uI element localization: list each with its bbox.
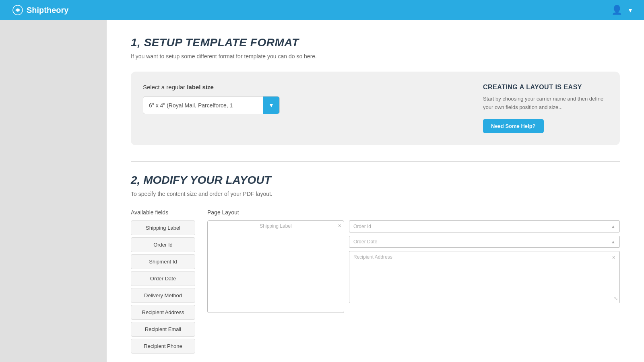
section1-title: 1, SETUP TEMPLATE FORMAT (131, 36, 620, 49)
logo: Shiptheory (12, 4, 68, 16)
recipient-address-resize-icon[interactable]: ⤡ (614, 296, 618, 301)
label-size-select[interactable]: 6" x 4" (Royal Mail, Parcelforce, 1 ▾ (143, 96, 280, 114)
field-recipient-phone[interactable]: Recipient Phone (131, 339, 195, 354)
help-text: Start by choosing your carrier name and … (483, 95, 608, 112)
select-label-prefix: Select a regular (143, 84, 187, 90)
format-card: Select a regular label size 6" x 4" (Roy… (131, 72, 620, 145)
field-shipment-id[interactable]: Shipment Id (131, 254, 195, 269)
order-id-field[interactable]: Order Id ▲ (349, 220, 620, 232)
chevron-down-icon[interactable]: ▾ (629, 6, 632, 14)
format-left: Select a regular label size 6" x 4" (Roy… (143, 84, 459, 114)
shipping-label-close-icon[interactable]: × (338, 222, 341, 229)
user-icon[interactable]: 👤 (611, 5, 622, 15)
select-current-value: 6" x 4" (Royal Mail, Parcelforce, 1 (143, 97, 263, 113)
logo-icon (12, 4, 23, 16)
available-fields-label: Available fields (131, 209, 195, 216)
section2-title: 2, MODIFY YOUR LAYOUT (131, 174, 620, 187)
shipping-label-title: Shipping Label (260, 223, 291, 229)
shipping-label-area[interactable]: Shipping Label × (207, 220, 344, 313)
recipient-address-field[interactable]: Recipient Address × ⤡ (349, 251, 620, 303)
sidebar (0, 20, 107, 362)
logo-text: Shiptheory (27, 6, 68, 15)
content: 1, SETUP TEMPLATE FORMAT If you want to … (107, 20, 644, 362)
main-wrapper: 1, SETUP TEMPLATE FORMAT If you want to … (0, 20, 644, 362)
page-layout-inner: Shipping Label × Order Id ▲ Order Date ▲ (207, 220, 620, 313)
field-shipping-label[interactable]: Shipping Label (131, 220, 195, 235)
available-fields-column: Available fields Shipping Label Order Id… (131, 209, 195, 356)
select-dropdown-button[interactable]: ▾ (263, 97, 279, 114)
help-title: CREATING A LAYOUT IS EASY (483, 84, 608, 91)
recipient-address-label: Recipient Address (353, 254, 392, 260)
need-help-button[interactable]: Need Some Help? (483, 119, 544, 133)
order-date-label: Order Date (353, 239, 377, 245)
section-divider (131, 161, 620, 162)
header: Shiptheory 👤 ▾ (0, 0, 644, 20)
recipient-address-close-icon[interactable]: × (612, 254, 615, 261)
header-right: 👤 ▾ (611, 5, 632, 15)
order-date-arrow-icon: ▲ (611, 239, 615, 244)
order-date-field[interactable]: Order Date ▲ (349, 236, 620, 248)
field-delivery-method[interactable]: Delivery Method (131, 288, 195, 303)
page-layout-label: Page Layout (207, 209, 620, 216)
select-label-strong: label size (187, 84, 214, 90)
layout-area: Available fields Shipping Label Order Id… (131, 209, 620, 356)
field-recipient-address[interactable]: Recipient Address (131, 305, 195, 320)
page-layout-column: Page Layout Shipping Label × Order Id ▲ (207, 209, 620, 356)
order-id-label: Order Id (353, 224, 371, 229)
right-fields: Order Id ▲ Order Date ▲ Recipient Addres… (349, 220, 620, 313)
select-label: Select a regular label size (143, 84, 459, 90)
section1-description: If you want to setup some different form… (131, 53, 620, 60)
field-order-id[interactable]: Order Id (131, 237, 195, 252)
field-order-date[interactable]: Order Date (131, 271, 195, 286)
svg-point-1 (17, 9, 19, 11)
section2-description: To specify the content size and order of… (131, 191, 620, 197)
field-recipient-email[interactable]: Recipient Email (131, 322, 195, 337)
order-id-arrow-icon: ▲ (611, 224, 615, 229)
format-right: CREATING A LAYOUT IS EASY Start by choos… (483, 84, 608, 133)
